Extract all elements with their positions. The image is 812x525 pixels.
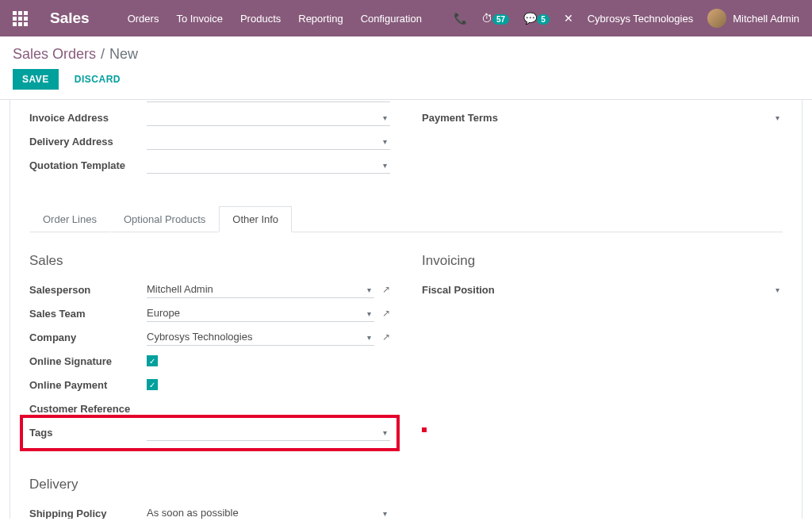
nav-to-invoice[interactable]: To Invoice xyxy=(176,13,223,25)
breadcrumb-parent[interactable]: Sales Orders xyxy=(13,46,96,63)
delivery-address-label: Delivery Address xyxy=(29,136,147,148)
brand: Sales xyxy=(50,10,90,27)
sales-team-label: Sales Team xyxy=(29,308,147,320)
company-label: Company xyxy=(29,331,147,343)
quotation-template-input[interactable] xyxy=(147,156,390,174)
form-sheet: Customer ▾ Invoice Address ▾ Delivery Ad… xyxy=(10,100,802,519)
quotation-template-label: Quotation Template xyxy=(29,159,147,171)
chat-icon[interactable]: 💬5 xyxy=(523,12,550,25)
salesperson-input[interactable] xyxy=(147,281,374,298)
tabs: Order Lines Optional Products Other Info xyxy=(29,206,783,232)
tags-highlight: Tags ▾ xyxy=(20,415,400,451)
nav-orders[interactable]: Orders xyxy=(128,13,159,25)
online-signature-label: Online Signature xyxy=(29,355,147,367)
annotation-dot xyxy=(422,427,427,432)
nav-reporting[interactable]: Reporting xyxy=(298,13,343,25)
apps-icon[interactable] xyxy=(13,11,28,26)
action-bar: SAVE DISCARD xyxy=(0,69,812,99)
timer-badge: 57 xyxy=(492,14,509,25)
online-signature-checkbox[interactable]: ✓ xyxy=(147,355,158,366)
delivery-section-title: Delivery xyxy=(29,477,390,492)
form-scroll[interactable]: Customer ▾ Invoice Address ▾ Delivery Ad… xyxy=(0,100,812,519)
customer-input[interactable] xyxy=(147,100,390,102)
topbar-right: 📞 ⏱57 💬5 ✕ Cybrosys Technologies Mitchel… xyxy=(454,9,799,28)
invoicing-section-title: Invoicing xyxy=(422,253,783,269)
sales-section-title: Sales xyxy=(29,253,390,269)
customer-reference-label: Customer Reference xyxy=(29,403,147,415)
shipping-policy-label: Shipping Policy xyxy=(29,508,147,519)
invoice-address-label: Invoice Address xyxy=(29,112,147,124)
invoice-address-input[interactable] xyxy=(147,109,390,126)
salesperson-label: Salesperson xyxy=(29,284,147,296)
company-name[interactable]: Cybrosys Technologies xyxy=(588,13,693,25)
fiscal-position-label: Fiscal Position xyxy=(422,284,539,296)
tools-icon[interactable]: ✕ xyxy=(564,12,573,25)
user-name: Mitchell Admin xyxy=(733,13,799,25)
fiscal-position-input[interactable] xyxy=(539,282,783,298)
expiration-input[interactable] xyxy=(539,100,783,102)
topbar: Sales Orders To Invoice Products Reporti… xyxy=(0,0,812,36)
tags-label: Tags xyxy=(29,427,147,439)
online-payment-checkbox[interactable]: ✓ xyxy=(147,379,158,390)
online-payment-label: Online Payment xyxy=(29,379,147,391)
breadcrumb-separator: / xyxy=(101,46,105,63)
nav-products[interactable]: Products xyxy=(240,13,281,25)
tab-other-info[interactable]: Other Info xyxy=(219,206,292,232)
sales-team-input[interactable] xyxy=(147,305,374,322)
external-link-icon[interactable]: ↗ xyxy=(382,308,390,319)
payment-terms-input[interactable] xyxy=(539,109,783,126)
breadcrumb: Sales Orders / New xyxy=(0,36,812,69)
nav-configuration[interactable]: Configuration xyxy=(361,13,422,25)
shipping-policy-input[interactable] xyxy=(147,504,390,519)
breadcrumb-current: New xyxy=(109,46,138,63)
avatar xyxy=(707,9,726,28)
company-input[interactable] xyxy=(147,328,374,346)
tab-optional-products[interactable]: Optional Products xyxy=(110,206,219,232)
external-link-icon[interactable]: ↗ xyxy=(382,284,390,295)
user-menu[interactable]: Mitchell Admin xyxy=(707,9,799,28)
discard-button[interactable]: DISCARD xyxy=(65,69,130,90)
external-link-icon[interactable]: ↗ xyxy=(382,331,390,343)
phone-icon[interactable]: 📞 xyxy=(454,12,467,25)
tab-order-lines[interactable]: Order Lines xyxy=(29,206,110,232)
nav-links: Orders To Invoice Products Reporting Con… xyxy=(128,13,422,25)
chat-badge: 5 xyxy=(537,14,550,25)
save-button[interactable]: SAVE xyxy=(13,69,59,90)
payment-terms-label: Payment Terms xyxy=(422,112,539,124)
tags-input[interactable] xyxy=(147,423,390,441)
delivery-address-input[interactable] xyxy=(147,132,390,150)
timer-icon[interactable]: ⏱57 xyxy=(481,12,509,25)
